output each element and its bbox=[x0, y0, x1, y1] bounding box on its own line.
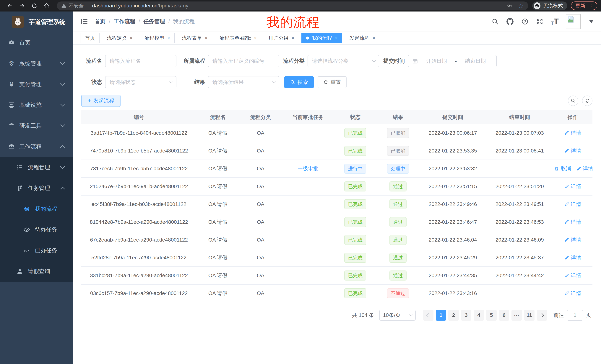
cell-process-id: 3ad174fb-7b9d-11ec-8404-acde48001122 bbox=[81, 130, 197, 136]
result-select[interactable]: 请选择流结果 bbox=[208, 76, 279, 88]
breadcrumb-task-management[interactable]: 任务管理 bbox=[143, 18, 165, 25]
refresh-table-button[interactable] bbox=[582, 96, 592, 106]
browser-menu-icon[interactable]: ⋮ bbox=[588, 3, 594, 9]
home-icon[interactable] bbox=[43, 2, 50, 9]
edit-pen-icon bbox=[564, 238, 569, 242]
sidebar-item-infrastructure[interactable]: 基础设施 bbox=[0, 95, 73, 115]
process-def-input[interactable]: 请输入流程定义的编号 bbox=[208, 55, 279, 67]
sidebar-item-leave-query[interactable]: 请假查询 bbox=[0, 261, 73, 282]
url-text[interactable]: dashboard.yudao.iocoder.cn/bpm/task/my bbox=[92, 3, 188, 9]
view-tab[interactable]: 流程表单-编辑 × bbox=[215, 33, 261, 43]
status-select[interactable]: 请选择状态 bbox=[105, 76, 176, 88]
sidebar-item-devtools[interactable]: 研发工具 bbox=[0, 115, 73, 136]
reset-button[interactable]: 重置 bbox=[318, 76, 347, 88]
breadcrumb-workflow[interactable]: 工作流程 bbox=[114, 18, 135, 25]
help-icon[interactable] bbox=[521, 18, 529, 25]
page-number-button[interactable]: 3 bbox=[461, 310, 471, 321]
view-tab[interactable]: 流程表单 × bbox=[177, 33, 212, 43]
bookmark-star-icon[interactable]: ☆ bbox=[518, 3, 524, 9]
back-icon[interactable] bbox=[6, 2, 13, 9]
not-secure-chip[interactable]: 不安全 bbox=[61, 2, 84, 9]
header: 首页 / 工作流程 / 任务管理 / 我的流程 我的流程 TT bbox=[73, 11, 601, 31]
page-size-select[interactable]: 10条/页 bbox=[379, 310, 416, 321]
page-number-button[interactable]: 1 bbox=[436, 310, 446, 321]
cell-process-id: 52ffd28e-7b9a-11ec-a290-acde48001122 bbox=[81, 255, 197, 261]
sidebar-item-task-management[interactable]: 任务管理 bbox=[0, 178, 73, 199]
search-icon[interactable] bbox=[491, 18, 499, 25]
detail-action-link[interactable]: 详情 bbox=[564, 147, 581, 154]
tab-close-icon[interactable]: × bbox=[130, 36, 132, 40]
cell-end-time: 2022-01-22 23:46:09 bbox=[486, 237, 553, 243]
detail-action-link[interactable]: 详情 bbox=[564, 201, 581, 208]
fullscreen-icon[interactable] bbox=[536, 18, 544, 25]
cancel-action-link[interactable]: 取消 bbox=[554, 165, 571, 172]
create-process-button[interactable]: + 发起流程 bbox=[81, 95, 120, 107]
detail-action-link[interactable]: 详情 bbox=[564, 219, 581, 226]
page-number-button[interactable]: 4 bbox=[474, 310, 484, 321]
chevron-down-icon bbox=[60, 123, 65, 127]
view-tab[interactable]: 流程定义 × bbox=[102, 33, 137, 43]
detail-action-link[interactable]: 详情 bbox=[576, 165, 592, 172]
view-tab[interactable]: 首页 × bbox=[80, 33, 100, 43]
browser-update-button[interactable]: 更新 ⋮ bbox=[571, 1, 597, 10]
search-button[interactable]: 搜索 bbox=[284, 76, 314, 88]
status-badge: 进行中 bbox=[344, 164, 366, 174]
page-number-button[interactable]: ··· bbox=[511, 310, 522, 321]
plus-icon: + bbox=[88, 97, 91, 104]
detail-action-link[interactable]: 详情 bbox=[564, 183, 581, 190]
sidebar-item-home[interactable]: 首页 bbox=[0, 32, 73, 53]
view-tab[interactable]: 流程模型 × bbox=[140, 33, 175, 43]
view-tab[interactable]: 发起流程 × bbox=[345, 33, 380, 43]
tab-close-icon[interactable]: × bbox=[372, 36, 375, 40]
page-number-button[interactable]: 6 bbox=[499, 310, 509, 321]
result-label: 结果 bbox=[182, 78, 205, 86]
col-header-submit-time: 提交时间 bbox=[419, 114, 486, 121]
tab-close-icon[interactable]: × bbox=[205, 36, 208, 40]
sidebar-item-system[interactable]: ⚙ 系统管理 bbox=[0, 53, 73, 74]
category-select[interactable]: 请选择流程分类 bbox=[308, 55, 379, 67]
avatar-dropdown-icon[interactable] bbox=[589, 20, 594, 23]
prev-page-button[interactable] bbox=[423, 310, 433, 321]
view-tab[interactable]: 用户分组 × bbox=[264, 33, 299, 43]
page-number-button[interactable]: 11 bbox=[524, 310, 534, 321]
breadcrumb: 首页 / 工作流程 / 任务管理 / 我的流程 bbox=[95, 18, 195, 25]
sidebar-item-workflow[interactable]: 工作流程 bbox=[0, 136, 73, 157]
submit-time-range-picker[interactable]: 开始日期 - 结束日期 bbox=[408, 55, 497, 67]
robot-face-icon bbox=[23, 206, 31, 212]
detail-action-link[interactable]: 详情 bbox=[564, 236, 581, 243]
reload-icon[interactable] bbox=[31, 2, 38, 9]
address-bar[interactable]: 不安全 dashboard.yudao.iocoder.cn/bpm/task/… bbox=[57, 1, 528, 10]
current-task-link[interactable]: 一级审批 bbox=[298, 165, 318, 172]
detail-action-link[interactable]: 详情 bbox=[564, 254, 581, 261]
sidebar-toggle-icon[interactable] bbox=[80, 18, 88, 26]
tab-close-icon[interactable]: × bbox=[254, 36, 257, 40]
goto-page-input[interactable] bbox=[567, 310, 583, 321]
tab-close-icon[interactable]: × bbox=[335, 36, 338, 40]
page-number-button[interactable]: 2 bbox=[448, 310, 459, 321]
tab-close-icon[interactable]: × bbox=[291, 36, 294, 40]
sidebar-item-done-tasks[interactable]: 已办任务 bbox=[0, 240, 73, 261]
filter-row-2: 状态 请选择状态 结果 请选择流结果 搜索 重置 bbox=[81, 76, 592, 88]
breadcrumb-home[interactable]: 首页 bbox=[95, 18, 105, 25]
refresh-icon bbox=[323, 80, 328, 85]
cell-category: OA bbox=[239, 166, 282, 172]
forward-icon[interactable] bbox=[19, 2, 26, 9]
page-number-button[interactable]: 5 bbox=[486, 310, 497, 321]
toggle-search-button[interactable] bbox=[568, 96, 578, 106]
detail-action-link[interactable]: 详情 bbox=[564, 130, 581, 136]
sidebar-item-my-process[interactable]: 我的流程 bbox=[0, 199, 73, 219]
font-size-icon[interactable]: TT bbox=[551, 17, 559, 26]
process-name-input[interactable]: 请输入流程名 bbox=[105, 55, 176, 67]
sidebar-item-todo-tasks[interactable]: 待办任务 bbox=[0, 219, 73, 240]
app-logo-row[interactable]: 芋道管理系统 bbox=[0, 11, 73, 32]
next-page-button[interactable] bbox=[537, 310, 547, 321]
avatar[interactable] bbox=[566, 14, 581, 29]
view-tab[interactable]: 我的流程 × bbox=[301, 33, 342, 43]
github-icon[interactable] bbox=[506, 18, 514, 25]
sidebar-item-payment[interactable]: ¥ 支付管理 bbox=[0, 74, 73, 95]
detail-action-link[interactable]: 详情 bbox=[564, 272, 581, 279]
detail-action-link[interactable]: 详情 bbox=[564, 290, 581, 297]
tab-close-icon[interactable]: × bbox=[167, 36, 170, 40]
key-icon[interactable] bbox=[507, 3, 513, 9]
sidebar-item-process-management[interactable]: 流程管理 bbox=[0, 157, 73, 178]
